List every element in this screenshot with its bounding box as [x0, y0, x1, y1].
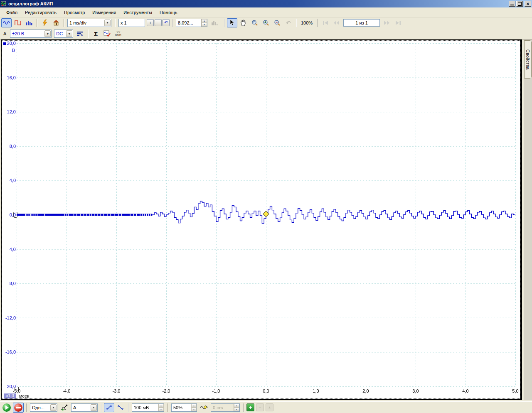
next-page-icon: [384, 20, 390, 25]
trigger-mode-select[interactable]: Одн... ▾: [30, 403, 57, 412]
spinner-arrows[interactable]: ▲▼: [191, 404, 197, 411]
properties-tab-label: Свойства: [525, 49, 530, 69]
digital-icon-bottom: 0101: [115, 34, 122, 37]
zoom-area-button[interactable]: [249, 18, 260, 27]
move-marker-button[interactable]: ▲: [266, 403, 273, 411]
start-icon: [2, 403, 11, 412]
pan-tool-button[interactable]: [238, 18, 249, 27]
trigger-level-value: 100 мВ: [132, 404, 158, 411]
trigger-source-select[interactable]: А ▾: [71, 403, 98, 412]
add-marker-button[interactable]: +: [246, 403, 254, 411]
zoom-factor-decrease-button[interactable]: −: [155, 19, 162, 26]
menu-item-help[interactable]: Помощь: [156, 9, 181, 16]
zoom-out-button[interactable]: [272, 18, 282, 27]
menu-item-edit[interactable]: Редактировать: [21, 9, 60, 16]
main-toolbar: 1 ms/div ▾ x 1 + − ↶ 8,092... ▲▼: [0, 17, 532, 28]
zoom-factor-field[interactable]: x 1: [118, 19, 145, 27]
select-tool-button[interactable]: [227, 18, 237, 27]
chevron-down-icon[interactable]: ▾: [66, 30, 72, 37]
spinner-arrows[interactable]: ▲▼: [201, 19, 207, 27]
restore-button[interactable]: [516, 1, 523, 7]
chevron-down-icon[interactable]: ▾: [104, 20, 111, 26]
marker-time-spinner[interactable]: 0 сек ▲▼: [211, 403, 240, 412]
waveform-check-icon: [103, 30, 111, 37]
timebase-select[interactable]: 1 ms/div ▾: [67, 19, 111, 27]
app-icon: [1, 1, 7, 7]
y-tick-label: 8,0: [2, 144, 16, 149]
menu-item-measurements[interactable]: Измерения: [89, 9, 120, 16]
spectrum-view-button[interactable]: [24, 18, 34, 27]
sigma-icon: Σ: [94, 30, 98, 37]
pulse-arrow-icon: [61, 404, 68, 411]
analog-view-button[interactable]: [1, 18, 12, 27]
position-spinner[interactable]: 8,092... ▲▼: [176, 19, 207, 27]
waveform-check-button[interactable]: [102, 29, 112, 38]
first-page-button[interactable]: [320, 18, 330, 27]
menu-item-file[interactable]: Файл: [2, 9, 21, 16]
voltage-range-select[interactable]: ±20 В ▾: [10, 30, 52, 38]
separator: [224, 19, 224, 27]
menu-item-view[interactable]: Просмотр: [60, 9, 89, 16]
zoom-factor-reset-button[interactable]: ↶: [163, 19, 170, 26]
y-tick-label: -8,0: [2, 281, 16, 286]
spin-up-icon[interactable]: ▲: [202, 19, 207, 23]
falling-edge-button[interactable]: [115, 403, 126, 412]
hand-icon: [240, 20, 246, 26]
window-title: осциллограф АКИП: [8, 1, 508, 6]
pretrigger-spinner[interactable]: 50% ▲▼: [171, 403, 197, 412]
start-button[interactable]: [1, 403, 12, 413]
spin-down-icon[interactable]: ▼: [158, 408, 164, 411]
channel-list-button[interactable]: [75, 29, 85, 38]
channel-label: A: [0, 31, 9, 36]
spin-down-icon[interactable]: ▼: [191, 408, 197, 411]
last-page-button[interactable]: [393, 18, 403, 27]
home-button[interactable]: [51, 18, 61, 27]
spin-up-icon[interactable]: ▲: [234, 404, 239, 408]
digital-display-button[interactable]: XX 0101: [113, 29, 123, 38]
x-tick-label: 2,0: [357, 388, 374, 393]
minimize-button[interactable]: [509, 1, 515, 7]
math-button[interactable]: Σ: [91, 29, 101, 38]
zoom-area-icon: [251, 20, 258, 26]
marker-tool-button[interactable]: [199, 403, 209, 412]
chevron-down-icon[interactable]: ▾: [50, 404, 57, 411]
close-button[interactable]: ×: [525, 1, 531, 7]
prev-page-button[interactable]: [331, 18, 342, 27]
undo-zoom-button[interactable]: ↶: [283, 18, 293, 27]
page-indicator[interactable]: 1 из 1: [343, 19, 380, 27]
spinner-arrows[interactable]: ▲▼: [158, 404, 164, 411]
histogram-button[interactable]: [209, 18, 219, 27]
zoom-in-button[interactable]: [261, 18, 271, 27]
separator: [128, 403, 128, 412]
prev-page-icon: [333, 20, 340, 25]
minimize-icon: [510, 5, 514, 5]
spin-down-icon[interactable]: ▼: [202, 23, 207, 27]
spin-down-icon[interactable]: ▼: [234, 408, 239, 411]
next-page-button[interactable]: [382, 18, 392, 27]
autoset-button[interactable]: [39, 18, 50, 27]
spinner-arrows[interactable]: ▲▼: [234, 404, 239, 411]
acquisition-toolbar: Одн... ▾ А ▾ 100 мВ ▲▼ 50%: [0, 401, 532, 413]
spin-up-icon[interactable]: ▲: [158, 404, 164, 408]
zoom-out-icon: [274, 20, 281, 26]
rising-edge-button[interactable]: [104, 403, 114, 412]
logic-view-button[interactable]: [12, 18, 23, 27]
remove-marker-button[interactable]: −: [256, 403, 264, 411]
y-tick-label: 16,0: [2, 75, 16, 80]
chevron-down-icon[interactable]: ▾: [91, 404, 97, 411]
zoom-factor-value: x 1: [119, 20, 145, 25]
oscillogram-canvas[interactable]: [2, 40, 520, 399]
chevron-down-icon[interactable]: ▾: [44, 30, 51, 37]
stop-button[interactable]: [13, 403, 24, 413]
falling-edge-icon: [117, 404, 124, 411]
x-axis-unit: мсек: [19, 393, 29, 398]
trigger-settings-button[interactable]: [59, 403, 69, 412]
stop-icon: [14, 403, 22, 412]
coupling-select[interactable]: DC ▾: [54, 30, 73, 38]
properties-tab[interactable]: Свойства: [524, 40, 532, 79]
menu-item-tools[interactable]: Инструменты: [120, 9, 156, 16]
spin-up-icon[interactable]: ▲: [191, 404, 197, 408]
trigger-level-spinner[interactable]: 100 мВ ▲▼: [132, 403, 164, 412]
histogram-icon: [211, 20, 218, 26]
zoom-factor-increase-button[interactable]: +: [147, 19, 154, 26]
